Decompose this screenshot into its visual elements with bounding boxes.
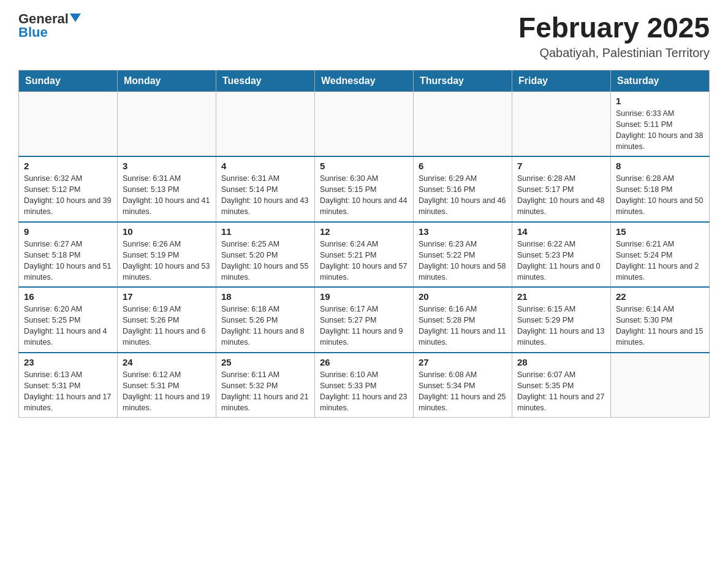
day-info: Sunrise: 6:28 AM Sunset: 5:18 PM Dayligh… — [616, 173, 704, 218]
day-number: 3 — [123, 161, 211, 171]
calendar-header-row: SundayMondayTuesdayWednesdayThursdayFrid… — [19, 70, 710, 91]
day-header-wednesday: Wednesday — [315, 70, 414, 91]
day-header-sunday: Sunday — [19, 70, 118, 91]
calendar-cell: 4Sunrise: 6:31 AM Sunset: 5:14 PM Daylig… — [216, 156, 315, 222]
day-info: Sunrise: 6:33 AM Sunset: 5:11 PM Dayligh… — [616, 108, 704, 153]
day-number: 5 — [320, 161, 408, 171]
day-number: 24 — [123, 357, 211, 367]
day-info: Sunrise: 6:07 AM Sunset: 5:35 PM Dayligh… — [517, 369, 605, 414]
day-number: 21 — [517, 291, 605, 302]
day-number: 17 — [123, 291, 211, 302]
day-number: 6 — [419, 161, 507, 171]
calendar-cell: 10Sunrise: 6:26 AM Sunset: 5:19 PM Dayli… — [118, 222, 216, 288]
day-info: Sunrise: 6:26 AM Sunset: 5:19 PM Dayligh… — [123, 239, 211, 283]
calendar-cell: 14Sunrise: 6:22 AM Sunset: 5:23 PM Dayli… — [512, 222, 611, 288]
week-row-3: 9Sunrise: 6:27 AM Sunset: 5:18 PM Daylig… — [19, 222, 710, 288]
week-row-4: 16Sunrise: 6:20 AM Sunset: 5:25 PM Dayli… — [19, 287, 710, 353]
day-number: 25 — [221, 357, 309, 367]
day-number: 4 — [221, 161, 309, 171]
calendar-cell — [216, 91, 315, 156]
day-number: 27 — [419, 357, 507, 367]
calendar-cell: 6Sunrise: 6:29 AM Sunset: 5:16 PM Daylig… — [414, 156, 512, 222]
day-number: 19 — [320, 291, 408, 302]
location-title: Qabatiyah, Palestinian Territory — [518, 46, 710, 60]
day-info: Sunrise: 6:08 AM Sunset: 5:34 PM Dayligh… — [419, 369, 507, 414]
day-info: Sunrise: 6:16 AM Sunset: 5:28 PM Dayligh… — [419, 304, 507, 348]
day-info: Sunrise: 6:24 AM Sunset: 5:21 PM Dayligh… — [320, 239, 408, 283]
calendar-cell: 28Sunrise: 6:07 AM Sunset: 5:35 PM Dayli… — [512, 353, 611, 418]
calendar-cell: 7Sunrise: 6:28 AM Sunset: 5:17 PM Daylig… — [512, 156, 611, 222]
calendar-cell: 13Sunrise: 6:23 AM Sunset: 5:22 PM Dayli… — [414, 222, 512, 288]
day-header-monday: Monday — [118, 70, 216, 91]
calendar-cell: 8Sunrise: 6:28 AM Sunset: 5:18 PM Daylig… — [611, 156, 710, 222]
day-number: 18 — [221, 291, 309, 302]
day-number: 1 — [616, 96, 704, 106]
calendar-cell: 11Sunrise: 6:25 AM Sunset: 5:20 PM Dayli… — [216, 222, 315, 288]
day-header-tuesday: Tuesday — [216, 70, 315, 91]
day-info: Sunrise: 6:30 AM Sunset: 5:15 PM Dayligh… — [320, 173, 408, 218]
day-number: 9 — [24, 226, 112, 237]
calendar-cell: 19Sunrise: 6:17 AM Sunset: 5:27 PM Dayli… — [315, 287, 414, 353]
calendar-cell: 18Sunrise: 6:18 AM Sunset: 5:26 PM Dayli… — [216, 287, 315, 353]
calendar-cell: 3Sunrise: 6:31 AM Sunset: 5:13 PM Daylig… — [118, 156, 216, 222]
logo: General Blue — [18, 12, 81, 39]
day-info: Sunrise: 6:31 AM Sunset: 5:13 PM Dayligh… — [123, 173, 211, 218]
day-number: 26 — [320, 357, 408, 367]
day-info: Sunrise: 6:17 AM Sunset: 5:27 PM Dayligh… — [320, 304, 408, 348]
calendar-cell — [315, 91, 414, 156]
day-number: 10 — [123, 226, 211, 237]
day-number: 28 — [517, 357, 605, 367]
day-number: 22 — [616, 291, 704, 302]
week-row-1: 1Sunrise: 6:33 AM Sunset: 5:11 PM Daylig… — [19, 91, 710, 156]
calendar-cell: 1Sunrise: 6:33 AM Sunset: 5:11 PM Daylig… — [611, 91, 710, 156]
calendar-cell: 12Sunrise: 6:24 AM Sunset: 5:21 PM Dayli… — [315, 222, 414, 288]
logo-general: General — [18, 12, 69, 26]
calendar-cell: 20Sunrise: 6:16 AM Sunset: 5:28 PM Dayli… — [414, 287, 512, 353]
calendar-cell: 24Sunrise: 6:12 AM Sunset: 5:31 PM Dayli… — [118, 353, 216, 418]
calendar-cell: 15Sunrise: 6:21 AM Sunset: 5:24 PM Dayli… — [611, 222, 710, 288]
day-number: 11 — [221, 226, 309, 237]
day-number: 12 — [320, 226, 408, 237]
day-number: 15 — [616, 226, 704, 237]
logo-triangle-icon — [70, 13, 81, 22]
day-info: Sunrise: 6:23 AM Sunset: 5:22 PM Dayligh… — [419, 239, 507, 283]
week-row-2: 2Sunrise: 6:32 AM Sunset: 5:12 PM Daylig… — [19, 156, 710, 222]
month-title: February 2025 — [518, 12, 710, 44]
calendar-cell: 2Sunrise: 6:32 AM Sunset: 5:12 PM Daylig… — [19, 156, 118, 222]
day-info: Sunrise: 6:13 AM Sunset: 5:31 PM Dayligh… — [24, 369, 112, 414]
page-header: General Blue February 2025 Qabatiyah, Pa… — [18, 12, 710, 60]
calendar-cell — [414, 91, 512, 156]
calendar-cell: 21Sunrise: 6:15 AM Sunset: 5:29 PM Dayli… — [512, 287, 611, 353]
day-info: Sunrise: 6:20 AM Sunset: 5:25 PM Dayligh… — [24, 304, 112, 348]
calendar-cell: 9Sunrise: 6:27 AM Sunset: 5:18 PM Daylig… — [19, 222, 118, 288]
day-number: 7 — [517, 161, 605, 171]
day-info: Sunrise: 6:12 AM Sunset: 5:31 PM Dayligh… — [123, 369, 211, 414]
day-info: Sunrise: 6:21 AM Sunset: 5:24 PM Dayligh… — [616, 239, 704, 283]
day-info: Sunrise: 6:32 AM Sunset: 5:12 PM Dayligh… — [24, 173, 112, 218]
calendar-cell — [611, 353, 710, 418]
day-number: 14 — [517, 226, 605, 237]
calendar-cell — [118, 91, 216, 156]
calendar-cell: 5Sunrise: 6:30 AM Sunset: 5:15 PM Daylig… — [315, 156, 414, 222]
day-info: Sunrise: 6:14 AM Sunset: 5:30 PM Dayligh… — [616, 304, 704, 348]
day-info: Sunrise: 6:22 AM Sunset: 5:23 PM Dayligh… — [517, 239, 605, 283]
day-info: Sunrise: 6:11 AM Sunset: 5:32 PM Dayligh… — [221, 369, 309, 414]
day-info: Sunrise: 6:19 AM Sunset: 5:26 PM Dayligh… — [123, 304, 211, 348]
day-header-saturday: Saturday — [611, 70, 710, 91]
day-info: Sunrise: 6:18 AM Sunset: 5:26 PM Dayligh… — [221, 304, 309, 348]
calendar-table: SundayMondayTuesdayWednesdayThursdayFrid… — [18, 70, 710, 418]
day-info: Sunrise: 6:10 AM Sunset: 5:33 PM Dayligh… — [320, 369, 408, 414]
calendar-cell: 27Sunrise: 6:08 AM Sunset: 5:34 PM Dayli… — [414, 353, 512, 418]
calendar-cell: 23Sunrise: 6:13 AM Sunset: 5:31 PM Dayli… — [19, 353, 118, 418]
calendar-cell: 26Sunrise: 6:10 AM Sunset: 5:33 PM Dayli… — [315, 353, 414, 418]
day-header-thursday: Thursday — [414, 70, 512, 91]
day-info: Sunrise: 6:28 AM Sunset: 5:17 PM Dayligh… — [517, 173, 605, 218]
calendar-cell: 17Sunrise: 6:19 AM Sunset: 5:26 PM Dayli… — [118, 287, 216, 353]
day-header-friday: Friday — [512, 70, 611, 91]
day-number: 23 — [24, 357, 112, 367]
day-info: Sunrise: 6:25 AM Sunset: 5:20 PM Dayligh… — [221, 239, 309, 283]
calendar-cell — [19, 91, 118, 156]
day-info: Sunrise: 6:31 AM Sunset: 5:14 PM Dayligh… — [221, 173, 309, 218]
day-info: Sunrise: 6:15 AM Sunset: 5:29 PM Dayligh… — [517, 304, 605, 348]
calendar-cell — [512, 91, 611, 156]
